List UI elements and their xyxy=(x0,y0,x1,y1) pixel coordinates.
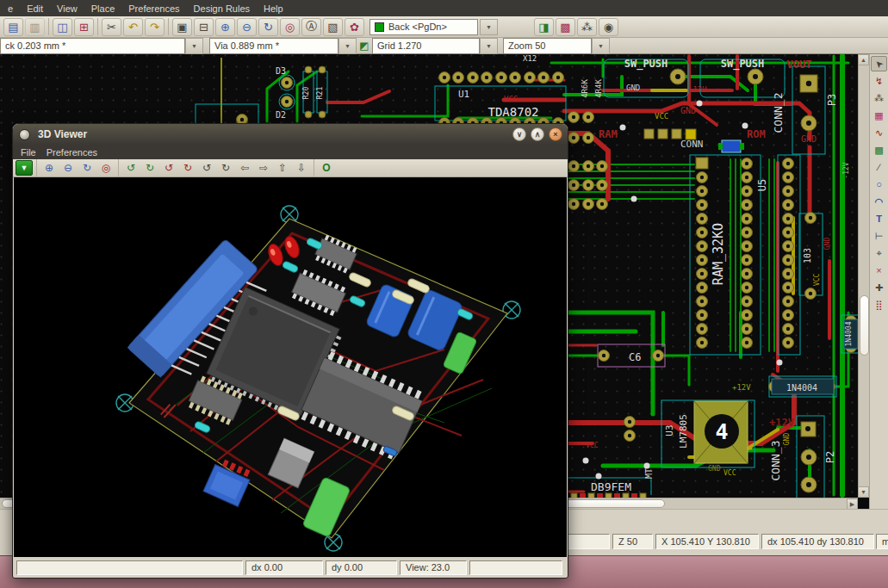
add-dimension-icon[interactable]: ⊢ xyxy=(871,228,887,244)
zoom-value: Zoom 50 xyxy=(508,40,545,51)
find-icon[interactable]: Ⓐ xyxy=(301,18,321,36)
label-1n4004-v: 1N4004 xyxy=(845,321,853,346)
label-ram: RAM xyxy=(599,128,618,140)
layer-pair-icon[interactable]: ◨ xyxy=(534,18,554,36)
menu-preferences[interactable]: Preferences xyxy=(121,2,186,15)
menu-place[interactable]: Place xyxy=(84,2,122,15)
rotate-x-pos-icon[interactable]: ↻ xyxy=(141,160,158,176)
viewer-status-extra xyxy=(469,560,562,575)
zoom-arrow[interactable]: ▼ xyxy=(592,38,610,54)
grid-combo[interactable]: Grid 1.270 xyxy=(372,38,480,54)
rotate-x-neg-icon[interactable]: ↺ xyxy=(122,160,140,176)
move-left-icon[interactable]: ⇦ xyxy=(236,160,253,176)
menu-edit[interactable]: Edit xyxy=(20,2,50,15)
layer-selector[interactable]: Back <PgDn> xyxy=(369,19,478,35)
menu-help[interactable]: Help xyxy=(257,2,290,15)
viewer-menu-file[interactable]: File xyxy=(19,146,43,158)
cut-icon[interactable]: ✂ xyxy=(102,18,121,36)
select-block-icon[interactable]: ▧ xyxy=(323,18,343,36)
layer-swatch xyxy=(375,22,384,32)
3d-viewer-toolbar: ▼ ⊕ ⊖ ↻ ◎ ↺ ↻ ↺ ↻ ↺ ↻ ⇦ ⇨ ⇧ ⇩ O xyxy=(13,159,568,177)
label-4r6k: 4R6K xyxy=(581,79,589,98)
local-ratsnest-icon[interactable]: ⁂ xyxy=(871,90,887,106)
highlight-net-icon[interactable]: ↯ xyxy=(871,73,887,89)
redo-icon[interactable]: ↷ xyxy=(145,18,165,36)
add-arc-icon[interactable]: ◠ xyxy=(871,194,887,209)
rotate-z-pos-icon[interactable]: ↻ xyxy=(217,160,234,176)
layer-selector-arrow[interactable]: ▼ xyxy=(480,19,498,35)
3d-viewer-statusbar: dx 0.00 dy 0.00 View: 23.0 xyxy=(13,557,568,578)
move-down-icon[interactable]: ⇩ xyxy=(293,160,310,176)
zoom-in-icon[interactable]: ⊕ xyxy=(215,18,235,36)
rotate-y-neg-icon[interactable]: ↺ xyxy=(160,160,177,176)
rotate-z-neg-icon[interactable]: ↺ xyxy=(198,160,215,176)
minimize-button[interactable]: ∨ xyxy=(512,127,526,141)
cursor-tool-icon[interactable]: ➤ xyxy=(871,56,887,71)
footprint-mode-icon[interactable]: ▩ xyxy=(556,18,575,36)
mask-mode-icon[interactable]: ◉ xyxy=(599,18,618,36)
label-c6: C6 xyxy=(629,351,641,363)
menu-file[interactable]: e xyxy=(1,2,20,15)
move-up-icon[interactable]: ⇧ xyxy=(274,160,291,176)
viewer-zoom-fit-icon[interactable]: ◎ xyxy=(97,160,115,176)
add-target-icon[interactable]: ⌖ xyxy=(871,245,887,261)
viewer-zoom-in-icon[interactable]: ⊕ xyxy=(40,160,58,176)
track-width-combo[interactable]: ck 0.203 mm * xyxy=(0,38,185,54)
scroll-down-icon[interactable]: ▼ xyxy=(858,486,869,498)
add-track-icon[interactable]: ∿ xyxy=(871,125,887,140)
page-settings-icon[interactable]: ◫ xyxy=(53,18,72,36)
zoom-fit-icon[interactable]: ◎ xyxy=(280,18,300,36)
via-size-combo[interactable]: Via 0.889 mm * xyxy=(209,38,338,54)
add-zone-icon[interactable]: ▩ xyxy=(871,142,887,158)
page-layout-icon[interactable]: ⊞ xyxy=(74,18,94,36)
label-gnd-top: GND xyxy=(626,84,640,92)
via-size-arrow[interactable]: ▼ xyxy=(338,38,357,54)
reload-board-icon[interactable]: ▼ xyxy=(16,160,33,176)
menu-view[interactable]: View xyxy=(50,2,84,15)
drc-icon[interactable]: ✿ xyxy=(345,18,364,36)
grid-origin-icon[interactable]: ⣿ xyxy=(871,297,887,313)
viewer-zoom-out-icon[interactable]: ⊖ xyxy=(59,160,77,176)
3d-viewer-titlebar[interactable]: 3D Viewer ∨ ∧ × xyxy=(13,124,568,145)
toolbar-separator xyxy=(36,159,37,176)
auto-track-icon[interactable]: ◩ xyxy=(357,39,372,53)
rotate-y-pos-icon[interactable]: ↻ xyxy=(179,160,196,176)
zoom-combo[interactable]: Zoom 50 xyxy=(503,38,592,54)
menu-design-rules[interactable]: Design Rules xyxy=(187,2,257,15)
label-conn-3: CONN_3 xyxy=(769,441,782,481)
track-width-arrow[interactable]: ▼ xyxy=(185,38,203,54)
grid-value: Grid 1.270 xyxy=(377,40,421,51)
close-button[interactable]: × xyxy=(549,127,562,141)
undo-icon[interactable]: ↶ xyxy=(123,18,143,36)
zoom-out-icon[interactable]: ⊖ xyxy=(237,18,257,36)
3d-viewer-menubar: File Preferences xyxy=(13,145,568,159)
status-position: X 105.410 Y 130.810 xyxy=(655,534,759,549)
add-line-icon[interactable]: ∕ xyxy=(871,159,887,175)
redraw-icon[interactable]: ↻ xyxy=(258,18,278,36)
open-board-icon[interactable]: ▤ xyxy=(3,18,23,36)
maximize-button[interactable]: ∧ xyxy=(531,127,544,141)
move-right-icon[interactable]: ⇨ xyxy=(255,160,272,176)
grid-arrow[interactable]: ▼ xyxy=(480,38,498,54)
drill-offset-icon[interactable]: ✚ xyxy=(871,280,887,295)
label-1n4004-h: 1N4004 xyxy=(786,383,817,393)
ortho-view-icon[interactable]: O xyxy=(318,160,335,176)
status-zoom: Z 50 xyxy=(612,534,653,549)
viewer-redraw-icon[interactable]: ↻ xyxy=(78,160,96,176)
vertical-scrollbar[interactable]: ▲ ▼ xyxy=(858,54,869,498)
add-circle-icon[interactable]: ○ xyxy=(871,176,887,192)
3d-viewer-canvas[interactable] xyxy=(14,177,567,557)
label-gnd-mid: GND xyxy=(680,106,696,115)
vertical-scroll-thumb[interactable] xyxy=(860,295,869,356)
plot-icon[interactable]: ⊟ xyxy=(194,18,214,36)
save-board-icon[interactable]: ▥ xyxy=(25,18,45,36)
delete-tool-icon[interactable]: × xyxy=(871,263,887,278)
viewer-menu-preferences[interactable]: Preferences xyxy=(45,146,104,158)
label-gnd-p2: GND xyxy=(783,433,791,446)
print-icon[interactable]: ▣ xyxy=(172,18,192,36)
add-text-icon[interactable]: T xyxy=(871,211,887,226)
ratsnest-icon[interactable]: ⁂ xyxy=(577,18,597,36)
scroll-up-icon[interactable]: ▲ xyxy=(858,54,869,65)
toolbar-separator xyxy=(48,18,49,35)
add-footprint-icon[interactable]: ▦ xyxy=(871,108,887,123)
